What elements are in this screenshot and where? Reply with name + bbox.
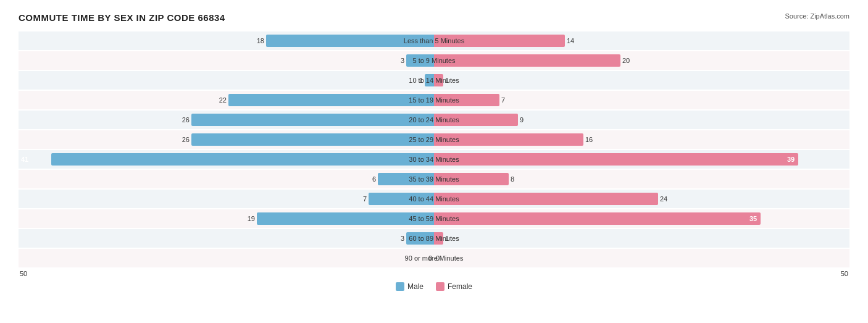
female-value: 9: [520, 116, 524, 124]
female-swatch: [436, 282, 444, 291]
bar-row: 22715 to 19 Minutes: [19, 91, 849, 109]
female-value: 0: [436, 254, 440, 262]
male-swatch: [396, 282, 404, 291]
female-value: 16: [585, 136, 593, 143]
chart-title: Commute Time by Sex in Zip Code 66834: [19, 12, 225, 23]
bar-row: 193545 to 59 Minutes: [19, 209, 849, 228]
female-value: 35: [749, 215, 757, 222]
male-bar: [369, 193, 434, 205]
female-value: 7: [501, 96, 505, 104]
male-value: 26: [182, 136, 190, 143]
bar-row: 6835 to 39 Minutes: [19, 170, 849, 188]
male-value: 3: [401, 235, 404, 242]
bar-row: 413930 to 34 Minutes: [19, 150, 849, 169]
axis-row: 50 50: [19, 270, 849, 277]
bar-row: 3160 to 89 Minutes: [19, 229, 849, 248]
female-value: 24: [660, 195, 667, 203]
female-value: 20: [622, 57, 630, 64]
male-bar: [191, 133, 434, 146]
female-bar: [434, 173, 509, 185]
axis-left: 50: [19, 270, 434, 277]
female-bar: [434, 74, 443, 86]
female-value: 8: [511, 175, 514, 183]
bar-row: 261625 to 29 Minutes: [19, 130, 849, 149]
male-bar: [51, 153, 434, 166]
female-bar: [434, 153, 798, 166]
male-bar: [228, 94, 434, 106]
legend-female: Female: [436, 282, 472, 291]
female-value: 39: [787, 156, 795, 163]
legend-row: Male Female: [19, 282, 849, 291]
male-bar: [425, 74, 434, 86]
bar-row: 1814Less than 5 Minutes: [19, 31, 849, 50]
female-value: 14: [567, 37, 574, 44]
male-value: 6: [372, 175, 376, 183]
legend-male: Male: [396, 282, 424, 291]
male-bar: [191, 114, 434, 126]
chart-area: 1814Less than 5 Minutes3205 to 9 Minutes…: [19, 31, 849, 267]
axis-right: 50: [434, 270, 849, 277]
female-bar: [434, 232, 443, 245]
male-bar: [378, 173, 434, 185]
bar-row: 3205 to 9 Minutes: [19, 51, 849, 70]
bar-row: 72440 to 44 Minutes: [19, 190, 849, 208]
bar-row: 26920 to 24 Minutes: [19, 111, 849, 129]
male-bar: [406, 232, 434, 245]
male-bar: [266, 35, 434, 47]
bar-row: 0090 or more Minutes: [19, 249, 849, 267]
female-bar: [434, 35, 565, 47]
male-value: 1: [419, 77, 423, 84]
female-bar: [434, 54, 620, 67]
male-value: 26: [182, 116, 190, 124]
male-label: Male: [407, 282, 424, 291]
female-bar: [434, 114, 518, 126]
male-bar: [406, 54, 434, 67]
male-value: 41: [21, 156, 28, 163]
male-bar: [257, 212, 434, 225]
bar-row: 1110 to 14 Minutes: [19, 71, 849, 90]
male-value: 22: [219, 96, 227, 104]
male-value: 19: [248, 215, 255, 222]
male-value: 18: [257, 37, 264, 44]
female-label: Female: [448, 282, 472, 291]
female-bar: [434, 193, 658, 205]
male-value: 7: [363, 195, 367, 203]
female-bar: [434, 133, 583, 146]
male-value: 3: [401, 57, 404, 64]
female-value: 1: [445, 235, 449, 242]
female-bar: [434, 212, 761, 225]
female-bar: [434, 94, 499, 106]
source-text: Source: ZipAtlas.com: [785, 12, 849, 20]
female-value: 1: [445, 77, 449, 84]
male-value: 0: [428, 254, 432, 262]
